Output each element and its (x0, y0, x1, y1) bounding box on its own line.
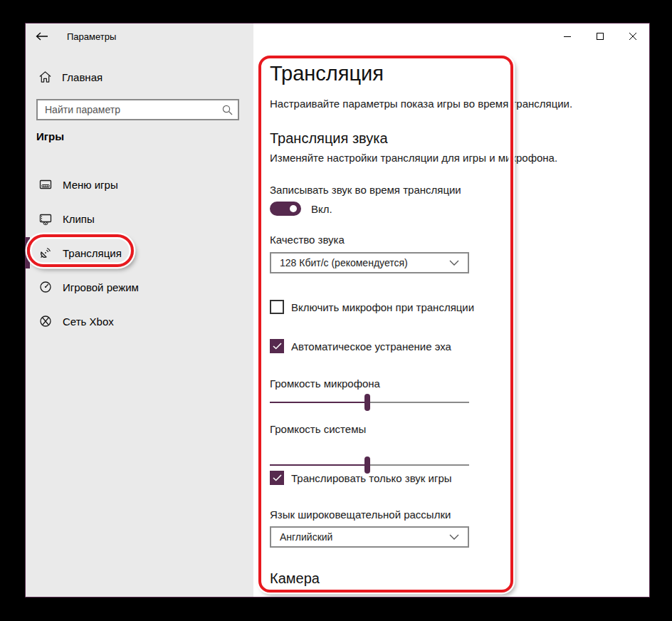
search-icon[interactable] (216, 105, 238, 115)
screenshot-page: Параметры Главная Игры Меню игры (0, 0, 672, 621)
sidebar-item-game-menu[interactable]: Меню игры (26, 169, 253, 200)
sidebar-item-clips[interactable]: Клипы (26, 203, 253, 234)
sidebar-item-label: Игровой режим (63, 281, 139, 293)
sidebar-item-label: Клипы (63, 213, 95, 225)
back-arrow-icon (36, 32, 48, 41)
minimize-button[interactable] (551, 24, 584, 49)
sidebar-item-home[interactable]: Главная (38, 66, 241, 88)
annotation-highlight-sidebar-broadcast (27, 234, 134, 267)
game-bar-icon (38, 177, 53, 192)
window-title: Параметры (67, 31, 116, 42)
window-controls (551, 24, 649, 49)
xbox-icon (38, 314, 53, 328)
game-mode-icon (38, 280, 53, 294)
home-icon (38, 71, 52, 83)
sidebar-item-game-mode[interactable]: Игровой режим (26, 271, 253, 303)
search-input[interactable] (38, 104, 216, 115)
sidebar-item-xbox-network[interactable]: Сеть Xbox (26, 306, 253, 337)
annotation-highlight-main-panel (258, 56, 513, 593)
maximize-icon (596, 32, 604, 41)
close-button[interactable] (616, 24, 649, 49)
back-button[interactable] (26, 24, 58, 49)
close-icon (629, 32, 637, 41)
titlebar-left: Параметры (26, 24, 253, 49)
sidebar-item-label: Меню игры (63, 179, 118, 191)
minimize-icon (563, 32, 572, 41)
sidebar-item-label: Главная (62, 71, 103, 83)
sidebar-section-title: Игры (36, 130, 64, 142)
sidebar-item-label: Сеть Xbox (63, 315, 114, 328)
sidebar: Параметры Главная Игры Меню игры (26, 24, 253, 597)
search-box[interactable] (36, 99, 239, 120)
maximize-button[interactable] (584, 24, 616, 49)
clips-icon (38, 212, 53, 226)
